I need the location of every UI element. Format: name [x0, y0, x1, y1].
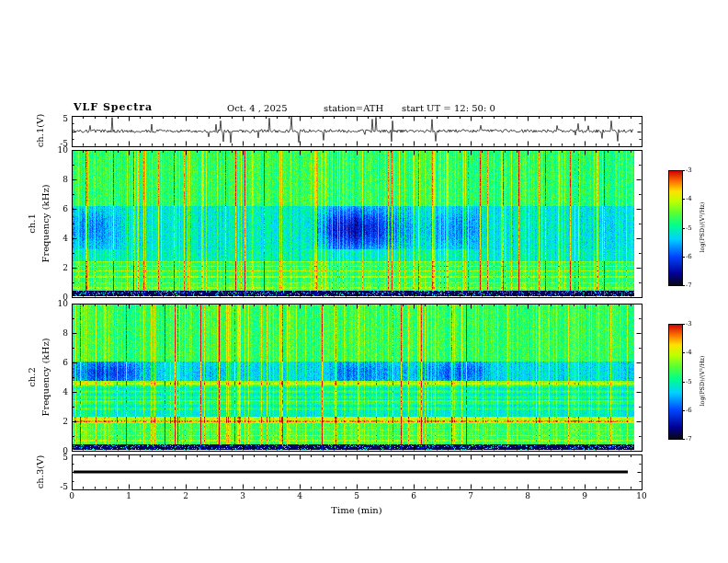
colorbar-tick-label: -4 — [686, 349, 692, 356]
time-tick-label: 0 — [63, 491, 81, 500]
time-tick-label: 4 — [290, 491, 309, 500]
station-label: station=ATH — [324, 103, 383, 113]
ch1-frequency-axis-label: Frequency (kHz) — [40, 184, 51, 262]
time-tick-label: 6 — [404, 491, 423, 500]
freq-tick-label: 4 — [44, 234, 68, 243]
time-tick-label: 8 — [518, 491, 537, 500]
spectrogram-plot-canvas — [0, 0, 728, 563]
time-tick-label: 1 — [119, 491, 138, 500]
plot-title: VLF Spectra — [74, 102, 153, 112]
colorbar-tick-label: -5 — [686, 224, 692, 232]
time-tick-label: 3 — [233, 491, 252, 500]
volt-tick-label: -5 — [44, 482, 68, 491]
time-tick-label: 10 — [632, 491, 651, 500]
ch1-voltage-axis-label: ch.1(V) — [35, 114, 45, 148]
ch3-voltage-axis-label: ch.3(V) — [35, 455, 45, 489]
freq-tick-label: 2 — [44, 263, 68, 272]
colorbar-tick-label: -6 — [686, 253, 692, 260]
colorbar-tick-label: -4 — [686, 195, 692, 202]
volt-tick-label: 5 — [44, 453, 68, 462]
colorbar1-unit-label: log(PSD)/(V²/Hz) — [698, 201, 708, 252]
colorbar2-unit-label: log(PSD)/(V²/Hz) — [698, 355, 708, 406]
time-tick-label: 2 — [176, 491, 195, 500]
time-tick-label: 5 — [347, 491, 366, 500]
time-tick-label: 9 — [575, 491, 594, 500]
colorbar-tick-label: -7 — [686, 435, 692, 442]
freq-tick-label: 8 — [44, 175, 68, 184]
colorbar-tick-label: -3 — [686, 167, 692, 174]
start-ut-label: start UT = 12: 50: 0 — [402, 103, 495, 113]
freq-tick-label: 6 — [44, 204, 68, 213]
freq-tick-label: 10 — [44, 299, 68, 308]
freq-tick-label: 8 — [44, 328, 68, 338]
colorbar-tick-label: -6 — [686, 407, 692, 414]
ch1-channel-label: ch.1 — [27, 213, 37, 234]
colorbar-tick-label: -5 — [686, 378, 692, 385]
freq-tick-label: 6 — [44, 358, 68, 367]
ch2-frequency-axis-label: Frequency (kHz) — [40, 338, 51, 416]
colorbar-tick-label: -7 — [686, 282, 692, 289]
vlf-spectra-figure: VLF Spectra Oct. 4 , 2025 station=ATH st… — [0, 0, 728, 563]
plot-date: Oct. 4 , 2025 — [227, 103, 288, 113]
freq-tick-label: 2 — [44, 417, 68, 426]
time-axis-label: Time (min) — [331, 505, 381, 515]
volt-tick-label: 5 — [44, 114, 68, 123]
colorbar-tick-label: -3 — [686, 320, 692, 327]
ch2-channel-label: ch.2 — [27, 367, 37, 387]
time-tick-label: 7 — [461, 491, 480, 500]
volt-tick-label: -5 — [44, 139, 68, 148]
freq-tick-label: 4 — [44, 387, 68, 396]
